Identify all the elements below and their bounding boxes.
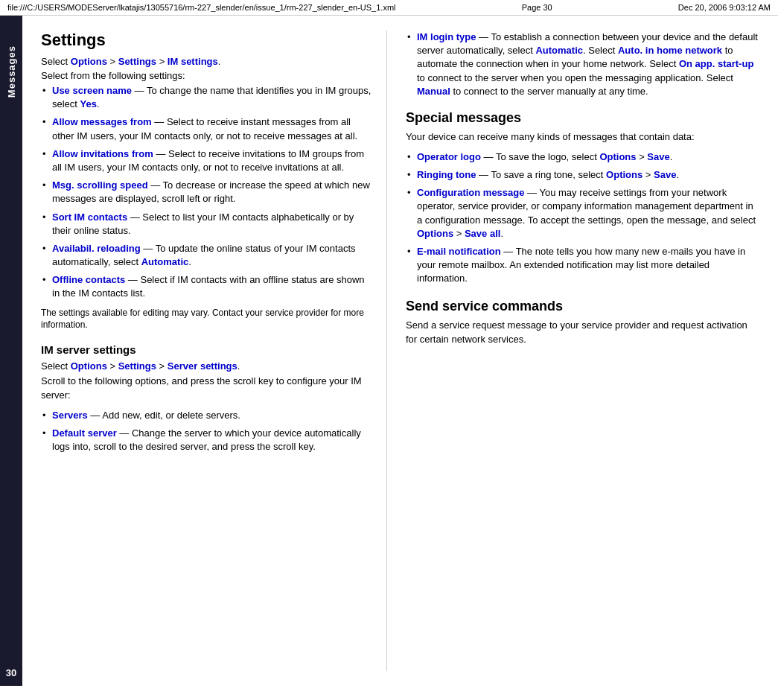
- servers-link[interactable]: Servers: [52, 410, 88, 421]
- list-item: Sort IM contacts — Select to list your I…: [41, 211, 372, 238]
- im-server-select: Select Options > Settings > Server setti…: [41, 360, 372, 372]
- page-wrapper: Messages 30 Settings Select Options > Se…: [0, 16, 778, 686]
- ringing-rest: — To save a ring tone, select: [476, 169, 606, 180]
- ringing-tone-link[interactable]: Ringing tone: [417, 169, 476, 180]
- availabil-end: .: [188, 256, 191, 267]
- op-logo-options[interactable]: Options: [599, 151, 636, 162]
- im-login-item: IM login type — To establish a connectio…: [406, 31, 759, 98]
- list-item: Operator logo — To save the logo, select…: [406, 150, 759, 164]
- im-server-gt1: >: [107, 360, 118, 372]
- im-server-scroll: Scroll to the following options, and pre…: [41, 375, 372, 403]
- auto-home-link[interactable]: Auto. in home network: [618, 45, 722, 56]
- im-server-server-link[interactable]: Server settings: [168, 360, 237, 372]
- im-server-heading: IM server settings: [41, 343, 372, 356]
- list-item: Servers — Add new, edit, or delete serve…: [41, 409, 372, 422]
- list-item: Allow invitations from — Select to recei…: [41, 147, 372, 174]
- im-login-end: to connect to the server manually at any…: [450, 86, 648, 97]
- sort-im-link[interactable]: Sort IM contacts: [52, 211, 127, 223]
- im-server-settings-link[interactable]: Settings: [118, 360, 156, 372]
- from-line: Select from the following settings:: [41, 70, 372, 81]
- list-item: Ringing tone — To save a ring tone, sele…: [406, 168, 759, 182]
- special-list: Operator logo — To save the logo, select…: [406, 150, 759, 286]
- yes-link[interactable]: Yes: [80, 98, 97, 109]
- settings-link[interactable]: Settings: [118, 56, 156, 67]
- automatic-link[interactable]: Automatic: [141, 256, 189, 267]
- allow-messages-link[interactable]: Allow messages from: [52, 116, 152, 127]
- automatic-link2[interactable]: Automatic: [535, 45, 583, 56]
- page-label: Page 30: [522, 3, 552, 12]
- availabil-link[interactable]: Availabil. reloading: [52, 243, 141, 254]
- ringing-options[interactable]: Options: [606, 169, 643, 180]
- content-area: Settings Select Options > Settings > IM …: [22, 16, 778, 686]
- msg-scrolling-link[interactable]: Msg. scrolling speed: [52, 179, 148, 191]
- servers-rest: — Add new, edit, or delete servers.: [88, 410, 240, 421]
- list-item: Msg. scrolling speed — To decrease or in…: [41, 179, 372, 206]
- offline-contacts-link[interactable]: Offline contacts: [52, 274, 125, 285]
- settings-note: The settings available for editing may v…: [41, 307, 372, 332]
- imsettings-link[interactable]: IM settings: [168, 56, 218, 67]
- gt2: >: [159, 56, 168, 67]
- im-server-gt2: >: [156, 360, 168, 372]
- left-column: Settings Select Options > Settings > IM …: [22, 31, 387, 671]
- options-link[interactable]: Options: [71, 56, 107, 67]
- select-period: .: [218, 56, 221, 67]
- list-item: Use screen name — To change the name tha…: [41, 84, 372, 111]
- ringing-gt: >: [643, 169, 654, 180]
- top-bar: file:///C:/USERS/MODEServer/lkatajis/130…: [0, 0, 778, 16]
- use-screen-name-link[interactable]: Use screen name: [52, 85, 132, 96]
- config-msg-link[interactable]: Configuration message: [417, 187, 524, 198]
- special-messages-section: Special messages Your device can receive…: [406, 110, 759, 286]
- select-text: Select: [41, 56, 68, 67]
- list-item: Allow messages from — Select to receive …: [41, 115, 372, 142]
- side-tab-label: Messages: [6, 45, 17, 98]
- gt1: >: [110, 56, 118, 67]
- manual-link[interactable]: Manual: [417, 86, 450, 97]
- settings-list: Use screen name — To change the name tha…: [41, 84, 372, 301]
- send-service-heading: Send service commands: [406, 299, 759, 314]
- op-logo-end: .: [670, 151, 673, 162]
- file-path: file:///C:/USERS/MODEServer/lkatajis/130…: [7, 3, 396, 12]
- special-messages-heading: Special messages: [406, 110, 759, 126]
- right-column: IM login type — To establish a connectio…: [387, 31, 778, 671]
- op-logo-gt: >: [637, 151, 648, 162]
- send-service-section: Send service commands Send a service req…: [406, 299, 759, 347]
- page-number: 30: [6, 667, 16, 678]
- list-item: Offline contacts — Select if IM contacts…: [41, 273, 372, 300]
- ringing-end: .: [676, 169, 679, 180]
- side-tab: Messages 30: [0, 16, 22, 686]
- im-login-type-link[interactable]: IM login type: [417, 31, 476, 42]
- on-app-link[interactable]: On app. start-up: [679, 58, 753, 69]
- config-end: .: [500, 228, 503, 239]
- date-label: Dec 20, 2006 9:03:12 AM: [678, 3, 771, 12]
- use-screen-end: .: [97, 98, 100, 109]
- im-server-list: Servers — Add new, edit, or delete serve…: [41, 409, 372, 454]
- operator-logo-link[interactable]: Operator logo: [417, 151, 481, 162]
- page-number-box: 30: [0, 660, 22, 686]
- list-item: Availabil. reloading — To update the onl…: [41, 242, 372, 269]
- default-server-link[interactable]: Default server: [52, 427, 117, 439]
- op-logo-rest: — To save the logo, select: [481, 151, 599, 162]
- config-save-all[interactable]: Save all: [465, 228, 500, 239]
- im-server-pre: Select: [41, 360, 71, 372]
- allow-invitations-link[interactable]: Allow invitations from: [52, 148, 153, 159]
- list-item: E-mail notification — The note tells you…: [406, 245, 759, 286]
- im-login-mid3: to connect to the server when you open t…: [417, 72, 733, 83]
- im-login-mid1: . Select: [583, 45, 618, 56]
- op-logo-save[interactable]: Save: [647, 151, 669, 162]
- config-gt: >: [453, 228, 465, 239]
- im-server-options-link[interactable]: Options: [71, 360, 107, 372]
- select-intro: Select Options > Settings > IM settings.: [41, 56, 372, 67]
- im-server-period: .: [237, 360, 240, 372]
- config-options[interactable]: Options: [417, 228, 453, 239]
- email-notif-link[interactable]: E-mail notification: [417, 246, 501, 257]
- list-item: Default server — Change the server to wh…: [41, 427, 372, 454]
- special-intro: Your device can receive many kinds of me…: [406, 130, 759, 144]
- list-item: Configuration message — You may receive …: [406, 186, 759, 241]
- ringing-save[interactable]: Save: [654, 169, 676, 180]
- im-login-list: IM login type — To establish a connectio…: [406, 31, 759, 98]
- settings-heading: Settings: [41, 31, 372, 50]
- send-body: Send a service request message to your s…: [406, 319, 759, 347]
